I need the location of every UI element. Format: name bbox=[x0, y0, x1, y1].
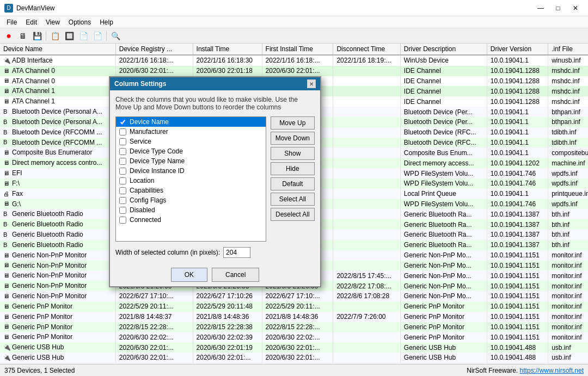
menu-bar: File Edit View Options Help bbox=[0, 16, 588, 28]
column-label: Connected bbox=[130, 216, 161, 224]
column-checkbox[interactable] bbox=[119, 177, 126, 184]
column-list-item[interactable]: Config Flags bbox=[116, 195, 266, 205]
app-icon: D bbox=[4, 4, 13, 13]
cancel-button[interactable]: Cancel bbox=[212, 268, 259, 282]
ok-button[interactable]: OK bbox=[171, 268, 207, 282]
dialog-footer: OK Cancel bbox=[110, 263, 320, 286]
title-bar: D DevManView — □ ✕ bbox=[0, 0, 588, 16]
column-checkbox[interactable] bbox=[119, 158, 126, 165]
main-content: Device Name Device Registry ... Install … bbox=[0, 44, 588, 364]
app-title: DevManView bbox=[16, 4, 54, 12]
dialog-body: Check the columns that you would like to… bbox=[110, 90, 320, 263]
column-checkbox[interactable] bbox=[119, 207, 126, 214]
column-label: Capabilities bbox=[130, 187, 163, 194]
width-input[interactable] bbox=[223, 247, 250, 258]
deselect-all-button[interactable]: Deselect All bbox=[271, 208, 315, 221]
close-button[interactable]: ✕ bbox=[567, 3, 584, 14]
dialog-title: Column Settings bbox=[114, 80, 166, 88]
column-list-item[interactable]: Device Type Code bbox=[116, 146, 266, 156]
column-checkbox[interactable] bbox=[119, 168, 126, 175]
columns-list[interactable]: Device NameManufacturerServiceDevice Typ… bbox=[115, 116, 266, 242]
status-right: NirSoft Freeware. https://www.nirsoft.ne… bbox=[467, 367, 584, 374]
column-list-item[interactable]: Device Type Name bbox=[116, 156, 266, 166]
dialog-close-button[interactable]: ✕ bbox=[307, 79, 316, 88]
maximize-button[interactable]: □ bbox=[550, 3, 566, 14]
status-left: 375 Devices, 1 Selected bbox=[4, 367, 75, 374]
move-up-button[interactable]: Move Up bbox=[271, 116, 315, 130]
menu-help[interactable]: Help bbox=[95, 17, 118, 27]
toolbar-btn-7[interactable]: 🔍 bbox=[109, 30, 122, 42]
toolbar-separator-1 bbox=[46, 31, 46, 41]
modal-overlay: Column Settings ✕ Check the columns that… bbox=[0, 44, 588, 364]
width-row: Width of selected column (in pixels): bbox=[115, 247, 315, 258]
status-right-prefix: NirSoft Freeware. bbox=[467, 367, 519, 374]
column-label: Device Instance ID bbox=[130, 167, 185, 175]
toolbar-btn-5[interactable]: 📄 bbox=[77, 30, 90, 42]
column-checkbox[interactable] bbox=[119, 119, 126, 126]
title-bar-left: D DevManView bbox=[4, 4, 54, 13]
width-label: Width of selected column (in pixels): bbox=[115, 249, 220, 256]
dialog-action-buttons: Move Up Move Down Show Hide Default Sele… bbox=[271, 116, 315, 242]
dialog-content-area: Device NameManufacturerServiceDevice Typ… bbox=[115, 116, 315, 242]
column-list-item[interactable]: Device Instance ID bbox=[116, 166, 266, 176]
column-label: Disabled bbox=[130, 206, 155, 214]
toolbar: ● 🖥 💾 📋 🔲 📄 📄 🔍 bbox=[0, 28, 588, 44]
menu-view[interactable]: View bbox=[41, 17, 64, 27]
column-label: Device Type Code bbox=[130, 147, 183, 155]
default-button[interactable]: Default bbox=[271, 177, 315, 190]
column-list-item[interactable]: Location bbox=[116, 176, 266, 186]
column-checkbox[interactable] bbox=[119, 128, 126, 135]
move-down-button[interactable]: Move Down bbox=[271, 132, 315, 145]
column-checkbox[interactable] bbox=[119, 217, 126, 224]
column-list-item[interactable]: Service bbox=[116, 137, 266, 146]
record-button[interactable]: ● bbox=[2, 30, 15, 42]
dialog-title-bar: Column Settings ✕ bbox=[110, 77, 320, 90]
column-label: Config Flags bbox=[130, 196, 166, 204]
column-checkbox[interactable] bbox=[119, 148, 126, 155]
column-checkbox[interactable] bbox=[119, 197, 126, 204]
status-link[interactable]: https://www.nirsoft.net bbox=[520, 367, 584, 374]
hide-button[interactable]: Hide bbox=[271, 162, 315, 175]
column-list-item[interactable]: Disabled bbox=[116, 205, 266, 215]
column-list-item[interactable]: Device Name bbox=[116, 117, 266, 127]
column-checkbox[interactable] bbox=[119, 138, 126, 145]
column-list-item[interactable]: Connected bbox=[116, 215, 266, 225]
menu-options[interactable]: Options bbox=[64, 17, 95, 27]
toolbar-btn-3[interactable]: 📋 bbox=[48, 30, 62, 42]
toolbar-btn-1[interactable]: 🖥 bbox=[16, 30, 29, 42]
show-button[interactable]: Show bbox=[271, 147, 315, 160]
select-all-button[interactable]: Select All bbox=[271, 193, 315, 206]
menu-file[interactable]: File bbox=[2, 17, 21, 27]
toolbar-btn-2[interactable]: 💾 bbox=[30, 30, 44, 42]
toolbar-btn-4[interactable]: 🔲 bbox=[63, 30, 76, 42]
column-checkbox[interactable] bbox=[119, 187, 126, 194]
column-label: Device Name bbox=[130, 118, 169, 126]
column-label: Service bbox=[130, 138, 151, 145]
dialog-description: Check the columns that you would like to… bbox=[115, 96, 315, 111]
toolbar-btn-6[interactable]: 📄 bbox=[91, 30, 104, 42]
minimize-button[interactable]: — bbox=[532, 3, 549, 14]
column-list-item[interactable]: Capabilities bbox=[116, 186, 266, 195]
column-label: Device Type Name bbox=[130, 157, 185, 165]
column-label: Location bbox=[130, 177, 154, 184]
column-settings-dialog: Column Settings ✕ Check the columns that… bbox=[109, 76, 321, 287]
menu-edit[interactable]: Edit bbox=[21, 17, 41, 27]
column-label: Manufacturer bbox=[130, 128, 168, 135]
column-list-item[interactable]: Manufacturer bbox=[116, 127, 266, 137]
toolbar-separator-2 bbox=[106, 31, 107, 41]
status-bar: 375 Devices, 1 Selected NirSoft Freeware… bbox=[0, 364, 588, 376]
title-bar-controls: — □ ✕ bbox=[532, 3, 584, 14]
